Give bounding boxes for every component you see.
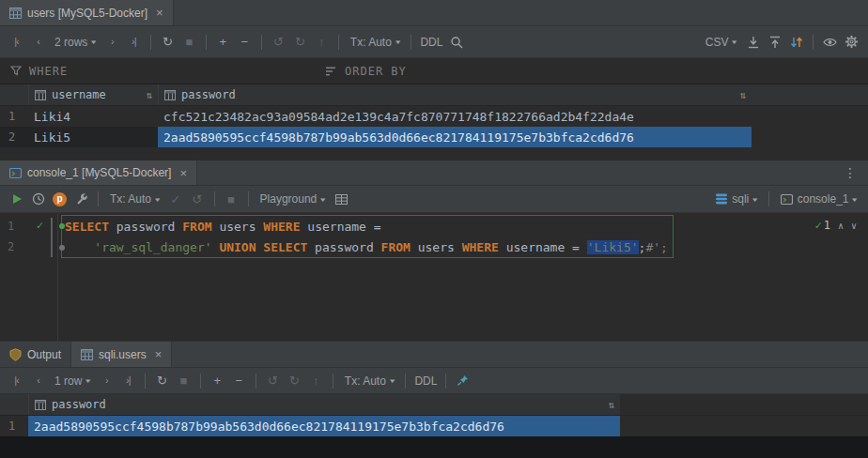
- rollback-button[interactable]: ↺: [187, 189, 209, 209]
- column-header-username[interactable]: username ⇅: [28, 84, 158, 105]
- stop-button[interactable]: ■: [178, 32, 200, 53]
- tab-users-grid[interactable]: users [MySQL5-Docker] ×: [0, 0, 174, 25]
- column-name: username: [52, 88, 106, 101]
- sql-token: users: [411, 240, 462, 254]
- next-page-button[interactable]: ›: [96, 371, 117, 391]
- settings-button[interactable]: [841, 32, 862, 53]
- ddl-button[interactable]: DDL: [411, 371, 440, 391]
- revert-button[interactable]: ↺: [262, 371, 284, 391]
- more-options-icon[interactable]: ⋮: [832, 160, 868, 185]
- cell-username[interactable]: Liki4: [28, 106, 158, 127]
- first-page-button[interactable]: |‹: [6, 371, 27, 391]
- column-header-password[interactable]: password ⇅: [28, 394, 620, 415]
- cell-password-selected[interactable]: 2aad5890595ccf4598b787b99ab563d0d66ec821…: [28, 416, 620, 436]
- redo-button[interactable]: ↻: [289, 32, 311, 53]
- submit-button[interactable]: ↑: [311, 32, 333, 53]
- import-data-button[interactable]: [764, 32, 785, 53]
- delete-row-button[interactable]: −: [234, 32, 256, 53]
- export-format-label: CSV: [705, 36, 729, 49]
- statement-success-icon: ✓: [37, 219, 43, 232]
- commit-button[interactable]: ✓: [165, 189, 187, 209]
- code-line-1[interactable]: SELECT password FROM users WHERE usernam…: [58, 216, 868, 237]
- tab-label: Output: [27, 348, 61, 361]
- column-header-password[interactable]: password ⇅: [158, 84, 752, 105]
- parameters-button[interactable]: p: [49, 189, 70, 209]
- sql-token: 'raw_sql_danger': [94, 240, 211, 254]
- reload-button[interactable]: ↻: [151, 371, 173, 391]
- page-size-label: 2 rows: [54, 36, 87, 49]
- tab-console-1[interactable]: console_1 [MySQL5-Docker] ×: [0, 160, 197, 185]
- prev-page-button[interactable]: ‹: [27, 371, 49, 391]
- code-line-2[interactable]: 'raw_sql_danger' UNION SELECT password F…: [58, 237, 868, 257]
- next-statement-icon[interactable]: ∨: [851, 221, 857, 231]
- ddl-button[interactable]: DDL: [417, 32, 445, 53]
- cell-password-selected[interactable]: 2aad5890595ccf4598b787b99ab563d0d66ec821…: [158, 127, 752, 147]
- add-row-button[interactable]: +: [212, 32, 234, 53]
- table-row-selected: 2 Liki5 2aad5890595ccf4598b787b99ab563d0…: [0, 127, 868, 147]
- search-icon: [450, 36, 463, 49]
- order-by-input[interactable]: ORDER BY: [316, 58, 417, 84]
- last-page-button[interactable]: ›|: [117, 371, 139, 391]
- close-icon[interactable]: ×: [179, 167, 187, 179]
- revert-button[interactable]: ↺: [268, 32, 289, 53]
- last-page-button[interactable]: ›|: [123, 32, 145, 53]
- tab-output[interactable]: Output: [0, 342, 71, 367]
- toolbar-separator: [214, 191, 215, 206]
- tab-label: sqli.users: [99, 348, 147, 361]
- page-size-dropdown[interactable]: 1 row ▾: [49, 371, 96, 391]
- tx-mode-dropdown[interactable]: Tx: Auto ▾: [345, 32, 406, 53]
- cancel-query-button[interactable]: ■: [221, 189, 242, 209]
- filter-icon: [10, 66, 22, 76]
- row-number-header: [0, 394, 28, 415]
- close-icon[interactable]: ×: [156, 7, 163, 19]
- tx-mode-dropdown[interactable]: Tx: Auto ▾: [339, 371, 400, 391]
- sql-token: FROM: [381, 240, 411, 254]
- history-button[interactable]: [27, 189, 49, 209]
- export-format-dropdown[interactable]: CSV ▾: [700, 32, 742, 53]
- row-filler: [620, 416, 868, 436]
- run-button[interactable]: [6, 189, 27, 209]
- session-db-dropdown[interactable]: sqli ▾: [710, 189, 763, 209]
- export-data-button[interactable]: [742, 32, 764, 53]
- view-options-button[interactable]: [819, 32, 841, 53]
- result-table-row-selected: 1 2aad5890595ccf4598b787b99ab563d0d66ec8…: [0, 416, 868, 436]
- where-filter-input[interactable]: WHERE: [0, 58, 316, 84]
- close-icon[interactable]: ×: [155, 348, 163, 360]
- cell-username[interactable]: Liki5: [28, 127, 158, 147]
- sort-toggle-icon[interactable]: ⇅: [608, 399, 614, 411]
- prev-statement-icon[interactable]: ∧: [838, 221, 844, 231]
- reload-button[interactable]: ↻: [157, 32, 178, 53]
- tab-sqli-users[interactable]: sqli.users ×: [71, 342, 172, 367]
- filter-bar: WHERE ORDER BY: [0, 58, 868, 84]
- pin-tab-button[interactable]: [452, 371, 473, 391]
- sql-editor[interactable]: 1 2 ✓ SELECT password FROM users WHERE u…: [0, 213, 868, 342]
- add-row-button[interactable]: +: [207, 371, 228, 391]
- configure-button[interactable]: [70, 189, 92, 209]
- console-tx-mode-dropdown[interactable]: Tx: Auto ▾: [104, 189, 165, 209]
- stop-button[interactable]: ■: [173, 371, 194, 391]
- column-icon: [35, 90, 46, 100]
- toolbar-separator: [338, 35, 339, 50]
- session-console-dropdown[interactable]: console_1 ▾: [775, 189, 862, 209]
- data-extractor-button[interactable]: [785, 32, 807, 53]
- editor-code-area[interactable]: SELECT password FROM users WHERE usernam…: [58, 213, 868, 341]
- redo-button[interactable]: ↻: [284, 371, 305, 391]
- toolbar-separator: [445, 374, 446, 389]
- delete-row-button[interactable]: −: [228, 371, 250, 391]
- shield-icon: [9, 348, 22, 361]
- prev-page-button[interactable]: ‹: [27, 32, 49, 53]
- next-page-button[interactable]: ›: [101, 32, 123, 53]
- grid-header: username ⇅ password ⇅: [0, 84, 868, 106]
- page-size-dropdown[interactable]: 2 rows ▾: [49, 32, 101, 53]
- output-layout-button[interactable]: [331, 189, 352, 209]
- first-page-button[interactable]: |‹: [6, 32, 27, 53]
- sql-token: password: [109, 220, 182, 234]
- playground-dropdown[interactable]: Playground ▾: [255, 189, 331, 209]
- cell-password[interactable]: cfc521c23482ac93a09584ad2e139c4a7fc87077…: [158, 106, 752, 127]
- where-placeholder: WHERE: [29, 65, 68, 78]
- submit-button[interactable]: ↑: [305, 371, 327, 391]
- search-button[interactable]: [445, 32, 467, 53]
- sort-toggle-icon[interactable]: ⇅: [146, 89, 152, 101]
- sort-toggle-icon[interactable]: ⇅: [739, 89, 746, 101]
- result-grid-header: password ⇅: [0, 394, 868, 416]
